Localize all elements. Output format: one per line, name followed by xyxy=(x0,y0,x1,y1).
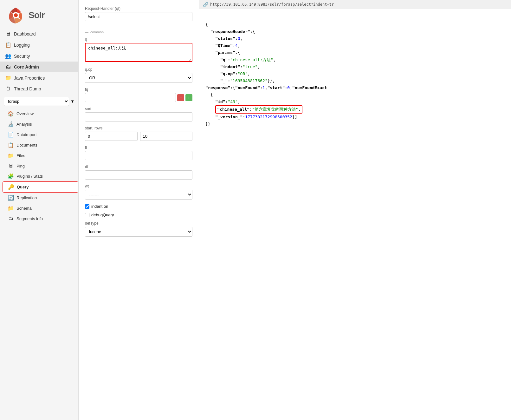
logo-area: Solr xyxy=(0,0,78,29)
q-op-select[interactable]: OR AND xyxy=(85,73,192,83)
def-type-select[interactable]: lucene dismax edismax xyxy=(85,227,192,237)
version-value: 1777382172998500352 xyxy=(245,115,292,119)
sub-nav-item-ping[interactable]: 🖥 Ping xyxy=(3,161,78,171)
qtime-key: "QTime" xyxy=(215,43,233,48)
json-brace-open: { xyxy=(205,22,208,27)
fq-add-button[interactable]: + xyxy=(185,94,192,101)
request-handler-label: Request-Handler (qt) xyxy=(85,6,192,11)
overview-icon: 🏠 xyxy=(8,111,14,117)
request-handler-input[interactable] xyxy=(85,12,192,21)
sidebar-item-security[interactable]: 👥 Security xyxy=(0,50,78,62)
core-selector[interactable]: forasp ▼ xyxy=(4,97,74,106)
schema-icon: 📁 xyxy=(8,205,14,211)
sidebar-item-label: Thread Dump xyxy=(14,86,41,91)
response-key: "response" xyxy=(205,85,230,90)
sub-nav-item-plugins-stats[interactable]: 🧩 Plugins / Stats xyxy=(3,171,78,181)
sidebar-item-thread-dump[interactable]: 🗒 Thread Dump xyxy=(0,83,78,94)
wt-label: wt xyxy=(85,184,192,188)
sidebar-item-dashboard[interactable]: 🖥 Dashboard xyxy=(0,29,78,39)
q-label: q xyxy=(85,37,192,42)
q-result-value: "chinese_all:方法" xyxy=(230,57,273,62)
response-header-key: "responseHeader" xyxy=(210,29,250,34)
sort-group: sort xyxy=(85,107,192,121)
sub-nav-label: Analysis xyxy=(16,122,32,127)
q-result-key: "q" xyxy=(220,57,228,62)
solr-logo-text: Solr xyxy=(29,10,44,20)
underscore-key: "_" xyxy=(220,78,228,83)
sub-nav-label: Overview xyxy=(16,111,34,116)
sub-nav-item-query[interactable]: 🔑 Query xyxy=(3,181,78,193)
json-panel: 🔗 http://39.101.65.149:8983/solr/forasp/… xyxy=(199,0,511,420)
start-rows-row xyxy=(85,132,192,141)
sidebar: Solr 🖥 Dashboard 📋 Logging 👥 Security 🗂 … xyxy=(0,0,79,420)
solr-logo-icon xyxy=(6,6,25,25)
rows-input[interactable] xyxy=(140,132,193,141)
core-select[interactable]: forasp xyxy=(4,97,69,106)
fq-remove-button[interactable]: − xyxy=(177,94,184,101)
replication-icon: 🔄 xyxy=(8,195,14,201)
sub-nav-item-documents[interactable]: 📋 Documents xyxy=(3,140,78,150)
indent-result-key: "indent" xyxy=(220,64,240,69)
files-icon: 📁 xyxy=(8,153,14,159)
indent-label[interactable]: indent on xyxy=(91,204,108,209)
thread-dump-icon: 🗒 xyxy=(5,86,11,92)
q-input[interactable] xyxy=(85,43,192,62)
segments-icon: 🗂 xyxy=(8,216,14,221)
sub-nav-label: Query xyxy=(17,185,29,189)
start-rows-label: start, rows xyxy=(85,126,192,130)
debug-query-label[interactable]: debugQuery xyxy=(91,213,114,217)
sidebar-item-core-admin[interactable]: 🗂 Core Admin xyxy=(0,62,78,72)
num-found-key: "numFound" xyxy=(235,85,260,90)
version-key: "_version_" xyxy=(215,115,243,119)
fl-group: fl xyxy=(85,145,192,160)
qop-result-value: "OR" xyxy=(238,71,248,76)
dashboard-icon: 🖥 xyxy=(5,31,11,37)
url-icon: 🔗 xyxy=(203,2,208,7)
sort-input[interactable] xyxy=(85,112,192,121)
params-key: "params" xyxy=(215,50,235,55)
start-input[interactable] xyxy=(85,132,138,141)
indent-result-value: "true" xyxy=(243,64,257,69)
start-rows-group: start, rows xyxy=(85,126,192,141)
sub-nav-label: Documents xyxy=(16,143,37,148)
fl-input[interactable] xyxy=(85,151,192,160)
sub-nav-item-segments-info[interactable]: 🗂 Segments info xyxy=(3,213,78,224)
core-admin-icon: 🗂 xyxy=(5,64,11,70)
sort-label: sort xyxy=(85,107,192,111)
qop-result-key: "q.op" xyxy=(220,71,235,76)
sidebar-item-label: Dashboard xyxy=(14,31,36,36)
id-key: "id" xyxy=(215,99,225,104)
sub-nav-item-schema[interactable]: 📁 Schema xyxy=(3,203,78,213)
sidebar-item-label: Security xyxy=(14,54,30,59)
wt-select[interactable]: ------- json xml csv xyxy=(85,190,192,200)
sub-nav-item-analysis[interactable]: 🔬 Analysis xyxy=(3,119,78,129)
sub-nav-item-dataimport[interactable]: 📄 Dataimport xyxy=(3,129,78,140)
df-input[interactable] xyxy=(85,170,192,180)
sub-nav-label: Ping xyxy=(16,164,25,168)
def-type-label: defType xyxy=(85,221,192,226)
fq-group: fq − + xyxy=(85,87,192,102)
sub-nav-item-overview[interactable]: 🏠 Overview xyxy=(3,108,78,119)
df-group: df xyxy=(85,165,192,180)
ping-icon: 🖥 xyxy=(8,163,14,169)
wt-group: wt ------- json xml csv xyxy=(85,184,192,200)
sidebar-item-java-properties[interactable]: 📁 Java Properties xyxy=(0,72,78,83)
debug-query-checkbox[interactable] xyxy=(85,213,89,217)
sidebar-item-label: Java Properties xyxy=(14,75,45,81)
q-op-label: q.op xyxy=(85,67,192,72)
indent-checkbox[interactable] xyxy=(85,204,89,209)
json-content: { "responseHeader":{ "status":0, "QTime"… xyxy=(199,9,511,140)
fq-input[interactable] xyxy=(85,93,176,102)
sub-nav-label: Plugins / Stats xyxy=(16,174,43,179)
sub-nav-label: Schema xyxy=(16,206,32,211)
request-handler-group: Request-Handler (qt) xyxy=(85,6,192,26)
form-panel: Request-Handler (qt) common q q.op OR AN… xyxy=(79,0,199,420)
sub-nav-item-files[interactable]: 📁 Files xyxy=(3,150,78,161)
indent-row: indent on xyxy=(85,204,192,209)
sidebar-item-logging[interactable]: 📋 Logging xyxy=(0,39,78,50)
sidebar-item-label: Core Admin xyxy=(14,64,39,69)
qtime-value: 4 xyxy=(235,43,238,48)
sub-nav-item-replication[interactable]: 🔄 Replication xyxy=(3,193,78,203)
sub-nav-label: Replication xyxy=(16,195,37,200)
java-properties-icon: 📁 xyxy=(5,75,11,81)
